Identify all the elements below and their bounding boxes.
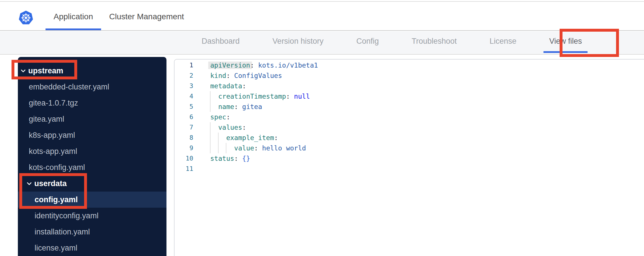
nav-tab-troubleshoot[interactable]: Troubleshoot: [406, 31, 463, 53]
code-text: value: hello world: [210, 143, 306, 153]
line-number: 10: [175, 153, 193, 164]
code-line-9[interactable]: 9 value: hello world: [175, 143, 644, 153]
indent-guide: [210, 102, 211, 112]
tree-row-label: kots-app.yaml: [29, 147, 77, 156]
line-number: 6: [175, 112, 193, 122]
code-line-3[interactable]: 3metadata:: [175, 81, 644, 91]
code-text: metadata:: [210, 81, 246, 91]
tree-row-label: identityconfig.yaml: [35, 211, 99, 220]
tree-file-k8s-app-yaml[interactable]: k8s-app.yaml: [18, 127, 166, 143]
tree-file-identityconfig-yaml[interactable]: identityconfig.yaml: [18, 208, 166, 224]
indent-guide: [218, 143, 219, 153]
nav-tab-dashboard[interactable]: Dashboard: [196, 31, 245, 53]
indent-guide: [218, 133, 219, 143]
code-line-8[interactable]: 8 example_item:: [175, 133, 644, 143]
code-text: status: {}: [210, 153, 250, 164]
indent-guide: [210, 122, 211, 133]
tree-row-label: kots-config.yaml: [29, 163, 85, 172]
tree-file-license-yaml[interactable]: license.yaml: [18, 240, 166, 256]
tree-row-label: k8s-app.yaml: [29, 131, 75, 140]
code-line-11[interactable]: 11: [175, 164, 644, 174]
code-text: spec:: [210, 112, 230, 122]
chevron-down-icon[interactable]: [27, 182, 32, 185]
tree-file-kots-config-yaml[interactable]: kots-config.yaml: [18, 159, 166, 175]
code-text: values:: [210, 122, 246, 133]
yaml-file-viewer[interactable]: 1apiVersion: kots.io/v1beta12kind: Confi…: [174, 59, 644, 256]
nav-tab-version-history[interactable]: Version history: [267, 31, 329, 53]
tree-file-kots-app-yaml[interactable]: kots-app.yaml: [18, 143, 166, 159]
tree-row-label: gitea-1.0.7.tgz: [29, 99, 78, 108]
line-number: 1: [175, 60, 193, 70]
tree-file-installation-yaml[interactable]: installation.yaml: [18, 224, 166, 240]
nav-tab-view-files[interactable]: View files: [543, 31, 588, 53]
tree-row-label: userdata: [34, 179, 67, 188]
code-text: creationTimestamp: null: [210, 91, 310, 102]
chevron-down-icon[interactable]: [21, 69, 26, 72]
tree-folder-upstream[interactable]: upstream: [18, 63, 166, 79]
line-number: 8: [175, 133, 193, 143]
tree-file-config-yaml[interactable]: config.yaml: [18, 192, 166, 208]
file-tree-sidebar[interactable]: upstreamembedded-cluster.yamlgitea-1.0.7…: [18, 57, 166, 256]
line-number: 9: [175, 143, 193, 153]
kubernetes-logo-icon[interactable]: [19, 10, 33, 26]
code-line-6[interactable]: 6spec:: [175, 112, 644, 122]
line-number: 11: [175, 164, 193, 174]
line-number: 2: [175, 70, 193, 81]
tree-file-embedded-cluster-yaml[interactable]: embedded-cluster.yaml: [18, 79, 166, 95]
code-line-2[interactable]: 2kind: ConfigValues: [175, 70, 644, 81]
code-line-10[interactable]: 10status: {}: [175, 153, 644, 164]
tree-file-gitea-1-0-7-tgz[interactable]: gitea-1.0.7.tgz: [18, 95, 166, 111]
nav-tab-config[interactable]: Config: [351, 31, 384, 53]
indent-guide: [210, 91, 211, 102]
line-number: 4: [175, 91, 193, 102]
indent-guide: [226, 143, 226, 153]
code-text: kind: ConfigValues: [210, 70, 282, 81]
code-text: apiVersion: kots.io/v1beta1: [210, 60, 318, 70]
code-text: example_item:: [210, 133, 278, 143]
tree-row-label: license.yaml: [35, 244, 77, 253]
code-line-4[interactable]: 4 creationTimestamp: null: [175, 91, 644, 102]
code-text: name: gitea: [210, 102, 262, 112]
indent-guide: [210, 143, 211, 153]
kots-admin-console: ApplicationCluster Management DashboardV…: [0, 0, 644, 256]
line-number: 7: [175, 122, 193, 133]
nav-tab-license[interactable]: License: [484, 31, 522, 53]
tree-row-label: installation.yaml: [35, 228, 90, 236]
primary-tabs: ApplicationCluster Management: [46, 2, 192, 30]
app-subnav: DashboardVersion historyConfigTroublesho…: [0, 31, 644, 55]
tree-row-label: gitea.yaml: [29, 115, 64, 124]
tree-row-label: config.yaml: [35, 195, 78, 204]
tab-cluster-management[interactable]: Cluster Management: [101, 2, 192, 30]
app-header: ApplicationCluster Management: [0, 2, 644, 31]
tree-row-label: embedded-cluster.yaml: [29, 83, 109, 91]
code-lines: 1apiVersion: kots.io/v1beta12kind: Confi…: [175, 60, 644, 174]
tree-folder-userdata[interactable]: userdata: [18, 175, 166, 192]
indent-guide: [210, 133, 211, 143]
tab-application[interactable]: Application: [46, 2, 101, 30]
line-number: 5: [175, 102, 193, 112]
code-line-7[interactable]: 7 values:: [175, 122, 644, 133]
line-number: 3: [175, 81, 193, 91]
app-nav-tabs: DashboardVersion historyConfigTroublesho…: [196, 31, 644, 53]
tree-row-label: upstream: [28, 66, 63, 75]
tree-file-gitea-yaml[interactable]: gitea.yaml: [18, 111, 166, 127]
code-line-5[interactable]: 5 name: gitea: [175, 102, 644, 112]
code-line-1[interactable]: 1apiVersion: kots.io/v1beta1: [175, 60, 644, 70]
